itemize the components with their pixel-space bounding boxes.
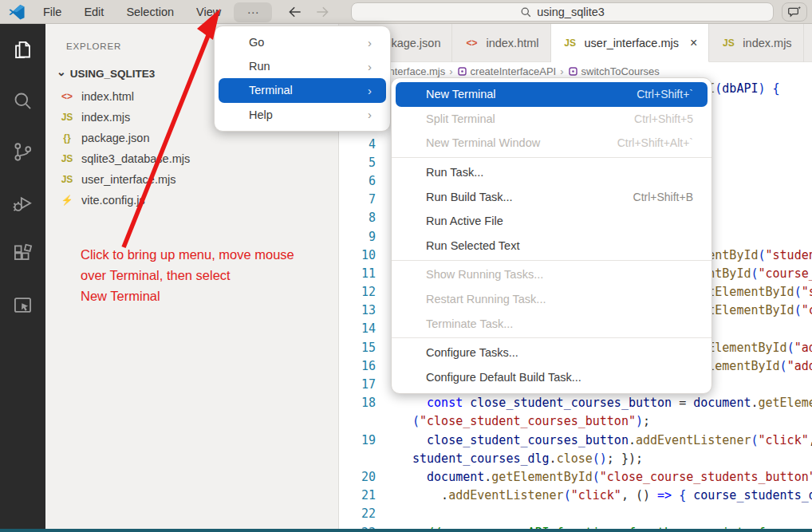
menu-item-label: Run Build Task... [426, 191, 633, 203]
breadcrumb-item-createInterfaceAPI[interactable]: createInterfaceAPI [457, 65, 557, 77]
menu-item-label: New Terminal [426, 88, 637, 100]
menu-item-label: Terminate Task... [426, 317, 693, 330]
menu-item-help[interactable]: Help› [219, 103, 386, 127]
tab-user_interface.mjs[interactable]: JSuser_interface.mjs× [551, 24, 710, 62]
activity-explorer[interactable] [0, 24, 45, 75]
menu-item-new-terminal-window: New Terminal WindowCtrl+Shift+Alt+` [396, 131, 708, 156]
tab-label: index.html [486, 37, 538, 49]
forward-arrow-icon[interactable] [314, 4, 330, 20]
tab-file-icon: JS [720, 37, 736, 49]
menu-item-label: Run [249, 60, 368, 73]
vscode-window: File Edit Selection View ··· using_sqlit… [0, 0, 812, 532]
tab-bar: {}package.json<>index.htmlJSuser_interfa… [339, 24, 812, 62]
activity-extensions[interactable] [0, 228, 45, 279]
line-number: 19 [339, 432, 376, 450]
tab-label: user_interface.mjs [585, 37, 679, 49]
menu-item-new-terminal[interactable]: New TerminalCtrl+Shift+` [396, 82, 708, 107]
menu-item-split-terminal: Split TerminalCtrl+Shift+5 [396, 107, 708, 132]
activity-source-control[interactable] [0, 126, 45, 177]
code-line[interactable]: 20 document.getElementById("close_course… [339, 468, 812, 487]
code-line[interactable]: ("close_student_courses_button"); [339, 412, 812, 431]
code-text: const close_student_courses_button = doc… [412, 394, 812, 412]
code-line[interactable]: 18 const close_student_courses_button = … [339, 394, 812, 412]
code-line[interactable]: student_courses_dlg.close(); }); [339, 450, 812, 468]
menu-item-label: Go [249, 36, 368, 49]
menu-item-label: Show Running Tasks... [426, 268, 693, 281]
menu-view[interactable]: View [185, 0, 232, 24]
line-number: 21 [339, 487, 376, 505]
menu-item-label: Restart Running Task... [426, 293, 693, 305]
menu-edit[interactable]: Edit [73, 0, 115, 24]
menu-item-run-task[interactable]: Run Task... [396, 160, 708, 185]
method-icon [568, 66, 578, 77]
chat-button[interactable] [782, 2, 807, 22]
tab-index.html[interactable]: <>index.html [452, 24, 550, 62]
code-line[interactable]: 21 .addEventListener("click", () => { co… [339, 487, 812, 505]
code-line[interactable]: 22 [339, 505, 812, 523]
explorer-header: EXPLORER [66, 41, 121, 51]
breadcrumb-label: switchToCourses [581, 65, 660, 77]
debug-icon [12, 192, 34, 214]
line-number: 8 [339, 209, 376, 227]
annotation-line: over Terminal, then select [81, 265, 294, 286]
menu-item-configure-tasks[interactable]: Configure Tasks... [396, 341, 708, 365]
chat-sparkle-icon [787, 6, 802, 18]
search-input[interactable]: using_sqlite3 [351, 2, 774, 22]
menubar: File Edit Selection View ··· [32, 0, 272, 24]
tab-index.mjs[interactable]: JSindex.mjs [709, 24, 803, 62]
tab-file-icon: JS [562, 37, 578, 49]
line-number: 20 [339, 468, 376, 487]
line-number: 7 [339, 191, 376, 209]
json-file-icon: {} [59, 132, 75, 144]
activity-remote-window[interactable] [0, 279, 45, 330]
title-bar: File Edit Selection View ··· using_sqlit… [0, 0, 812, 24]
code-line[interactable]: 19 close_student_courses_button.addEvent… [339, 432, 812, 450]
search-icon [520, 6, 532, 18]
menu-selection[interactable]: Selection [115, 0, 185, 24]
annotation-line: New Terminal [81, 286, 294, 306]
chevron-right-icon: › [368, 36, 372, 49]
status-bar [0, 529, 812, 532]
menu-item-run-active-file[interactable]: Run Active File [396, 209, 708, 234]
menu-item-terminal[interactable]: Terminal› [219, 78, 386, 102]
tree-root-folder[interactable]: ⌄ USING_SQLITE3 [57, 68, 155, 80]
line-number: 22 [339, 505, 376, 523]
activity-run-debug[interactable] [0, 177, 45, 228]
menu-item-label: Terminal [249, 84, 368, 97]
breadcrumb-label: createInterfaceAPI [471, 65, 557, 77]
chevron-right-icon: › [368, 108, 372, 121]
menu-item-label: Split Terminal [426, 112, 634, 125]
menu-item-run-selected-text[interactable]: Run Selected Text [396, 234, 708, 258]
breadcrumb-item-switchToCourses[interactable]: switchToCourses [568, 65, 660, 77]
file-name: index.html [81, 90, 134, 103]
menu-file[interactable]: File [32, 0, 73, 24]
menu-item-run-build-task[interactable]: Run Build Task...Ctrl+Shift+B [396, 184, 708, 209]
menu-item-label: New Terminal Window [426, 136, 617, 149]
annotation-line: Click to bring up menu, move mouse [81, 244, 294, 265]
menu-item-label: Run Active File [426, 215, 693, 227]
menu-item-run[interactable]: Run› [219, 54, 386, 78]
history-nav [287, 0, 330, 24]
code-text: ("close_student_courses_button"); [412, 412, 650, 431]
method-icon [457, 66, 467, 77]
extensions-icon [12, 243, 34, 265]
html-file-icon: <> [59, 91, 75, 102]
menubar-more-button[interactable]: ··· [234, 2, 272, 22]
breadcrumb-separator: › [449, 65, 452, 77]
code-text: student_courses_dlg.close(); }); [412, 450, 643, 468]
menu-item-go[interactable]: Go› [219, 30, 386, 54]
menu-item-configure-default-build-task[interactable]: Configure Default Build Task... [396, 365, 708, 390]
tab-close-icon[interactable]: × [690, 36, 697, 50]
terminal-submenu-popup: New TerminalCtrl+Shift+`Split TerminalCt… [391, 77, 712, 394]
file-item-user_interface.mjs[interactable]: JSuser_interface.mjs [45, 169, 338, 190]
line-number: 13 [339, 301, 376, 320]
line-number: 6 [339, 172, 376, 191]
activity-search[interactable] [0, 75, 45, 126]
chevron-down-icon: ⌄ [57, 65, 66, 78]
menu-item-label: Configure Default Build Task... [426, 371, 693, 384]
menu-item-label: Run Task... [426, 166, 693, 179]
back-arrow-icon[interactable] [287, 4, 303, 20]
file-item-vite.config.js[interactable]: ⚡vite.config.js [45, 190, 338, 211]
file-item-sqlite3_database.mjs[interactable]: JSsqlite3_database.mjs [45, 148, 338, 169]
chevron-right-icon: › [368, 84, 372, 97]
